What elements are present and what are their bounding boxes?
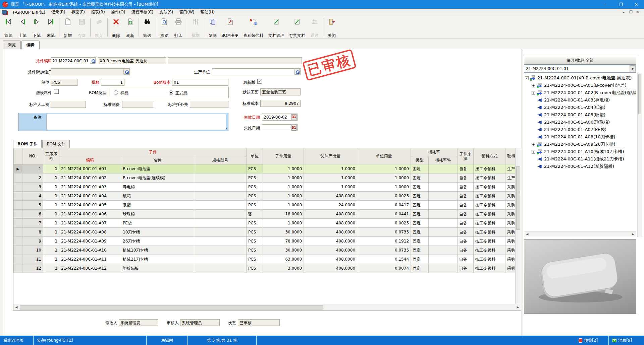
- cell-acquire[interactable]: 生产: [505, 164, 516, 174]
- cell-source[interactable]: 自备: [458, 164, 474, 174]
- cell-method[interactable]: 按工令领料: [474, 228, 505, 237]
- cell-child-qty[interactable]: 1.0000: [263, 219, 304, 228]
- cell-acquire[interactable]: 采购: [505, 246, 516, 255]
- cell-seq[interactable]: 1: [43, 192, 59, 201]
- table-row[interactable]: 4 1 21-M2224-00C-01-A04 纸箱 PCS 1.0000 40…: [14, 192, 516, 201]
- refresh-button[interactable]: 刷新: [123, 16, 137, 39]
- cell-parent-output[interactable]: 408.0000: [304, 255, 357, 264]
- virtual-part-checkbox[interactable]: [54, 89, 59, 94]
- menu-help[interactable]: 帮助(H): [197, 8, 217, 16]
- cell-no[interactable]: 5: [22, 201, 43, 210]
- cell-spec[interactable]: [194, 210, 247, 219]
- tree-item[interactable]: + 21-M2224-00C-01-A02(B-cover电池盖(连续模)): [525, 89, 636, 96]
- batch-add-button[interactable]: 批增: [189, 16, 203, 39]
- expand-collapse-all-button[interactable]: 展开/收起 全部: [524, 56, 636, 65]
- expire-date-calendar-icon[interactable]: 31: [291, 125, 297, 131]
- table-row[interactable]: 9 1 21-M2224-00C-01-A09 26刀卡槽 PCS 78.000…: [14, 237, 516, 246]
- cell-loss-type[interactable]: 固定: [411, 264, 429, 273]
- cell-unit-qty[interactable]: 1.0000: [357, 183, 411, 192]
- header-acquire[interactable]: 取得: [505, 148, 516, 164]
- cell-source[interactable]: 自备: [458, 246, 474, 255]
- parent-addinfo-field[interactable]: [51, 68, 130, 75]
- prev-record-button[interactable]: 上笔: [15, 16, 30, 39]
- cell-seq[interactable]: 1: [43, 228, 59, 237]
- cell-code[interactable]: 21-M2224-00C-01-A12: [59, 264, 121, 273]
- cell-loss-rate[interactable]: [429, 264, 458, 273]
- batch-field[interactable]: 1: [101, 79, 124, 86]
- cell-spec[interactable]: [194, 219, 247, 228]
- cell-unit-qty[interactable]: 0.0025: [357, 219, 411, 228]
- cell-spec[interactable]: [194, 264, 247, 273]
- cell-parent-output[interactable]: 1.0000: [304, 183, 357, 192]
- next-record-button[interactable]: 下笔: [30, 16, 44, 39]
- cell-source[interactable]: 自备: [458, 237, 474, 246]
- stock-doc-button[interactable]: 存货文档: [287, 16, 308, 39]
- cell-acquire[interactable]: 生产: [505, 174, 516, 183]
- tree-expander[interactable]: +: [532, 84, 535, 87]
- cell-child-qty[interactable]: 30.0000: [263, 228, 304, 237]
- cell-no[interactable]: 4: [22, 192, 43, 201]
- tab-edit[interactable]: 编辑: [21, 41, 40, 49]
- cell-source[interactable]: 自备: [458, 210, 474, 219]
- header-unit[interactable]: 单位: [247, 148, 263, 164]
- cell-loss-rate[interactable]: [429, 246, 458, 255]
- cell-loss-rate[interactable]: [429, 228, 458, 237]
- combo-dropdown-icon[interactable]: ▼: [630, 65, 636, 72]
- cell-child-qty[interactable]: 1.0000: [263, 192, 304, 201]
- parent-code-lookup-icon[interactable]: [90, 58, 96, 64]
- cell-loss-rate[interactable]: [429, 237, 458, 246]
- cell-spec[interactable]: [194, 164, 247, 174]
- newest-checkbox[interactable]: ✓: [257, 79, 262, 84]
- cell-method[interactable]: 按工令领料: [474, 210, 505, 219]
- table-row[interactable]: 5 1 21-M2224-00C-01-A05 吸塑 PCS 1.0000 24…: [14, 201, 516, 210]
- header-seq[interactable]: 工序序号: [43, 148, 59, 164]
- cell-method[interactable]: 按工令领料: [474, 219, 505, 228]
- preview-button[interactable]: 预览: [157, 16, 171, 39]
- cell-parent-output[interactable]: 408.0000: [304, 228, 357, 237]
- cell-parent-output[interactable]: 408.0000: [304, 264, 357, 273]
- cell-no[interactable]: 2: [22, 174, 43, 183]
- tree-expander[interactable]: -: [525, 76, 529, 80]
- cell-unit-qty[interactable]: 0.0735: [357, 246, 411, 255]
- cell-loss-type[interactable]: 固定: [411, 174, 429, 183]
- cell-name[interactable]: 吸塑: [121, 201, 194, 210]
- cell-loss-type[interactable]: 固定: [411, 219, 429, 228]
- cell-name[interactable]: 纸箱: [121, 192, 194, 201]
- cell-unit[interactable]: PCS: [247, 219, 263, 228]
- header-loss-rate[interactable]: 损耗率%: [429, 156, 458, 164]
- table-row[interactable]: 3 1 21-M2224-00C-01-A03 导电棉 PCS 1.0000 1…: [14, 183, 516, 192]
- menu-window[interactable]: 窗口(W): [176, 8, 197, 16]
- prod-unit-field[interactable]: [212, 68, 301, 75]
- tree-item[interactable]: 21-M2224-00C-01-A04(纸箱): [525, 104, 636, 111]
- cell-seq[interactable]: 1: [43, 237, 59, 246]
- delete-button[interactable]: 删除: [109, 16, 123, 39]
- tree-item[interactable]: + 21-M2224-00C-01-A01(B-cover电池盖): [525, 82, 636, 89]
- cell-loss-type[interactable]: 固定: [411, 210, 429, 219]
- tree-scroll-right-icon[interactable]: ▶: [630, 232, 636, 236]
- cell-code[interactable]: 21-M2224-00C-01-A01: [59, 164, 121, 174]
- cell-unit-qty[interactable]: 1.0000: [357, 164, 411, 174]
- cell-code[interactable]: 21-M2224-00C-01-A07: [59, 219, 121, 228]
- cell-source[interactable]: 自备: [458, 201, 474, 210]
- menu-interface[interactable]: 界面(F): [68, 8, 88, 16]
- prod-unit-lookup-icon[interactable]: [294, 69, 300, 75]
- menu-flow-audit[interactable]: 流程审核(C): [128, 8, 157, 16]
- tree-expander[interactable]: +: [532, 91, 535, 95]
- cell-acquire[interactable]: 采购: [505, 237, 516, 246]
- menu-operation[interactable]: 操作(O): [108, 8, 128, 16]
- cell-unit[interactable]: PCS: [247, 246, 263, 255]
- cell-name[interactable]: PE袋: [121, 219, 194, 228]
- cell-method[interactable]: 按工令领料: [474, 246, 505, 255]
- cell-method[interactable]: 按工令领料: [474, 174, 505, 183]
- scroll-right-icon[interactable]: ▶: [515, 305, 521, 309]
- cell-no[interactable]: 9: [22, 237, 43, 246]
- cell-acquire[interactable]: 采购: [505, 255, 516, 264]
- cell-child-qty[interactable]: 1.0000: [263, 174, 304, 183]
- menu-tgroup-erp[interactable]: T-GROUP ERP(E): [9, 9, 48, 16]
- scroll-left-icon[interactable]: ◀: [13, 305, 19, 309]
- cell-no[interactable]: 12: [22, 264, 43, 273]
- tree-item[interactable]: 21-M2224-00C-01-A08(10刀卡槽): [525, 133, 636, 141]
- cell-name[interactable]: 导电棉: [121, 183, 194, 192]
- cell-method[interactable]: 按工令领料: [474, 264, 505, 273]
- effective-date-field[interactable]: 2019-06-0231: [262, 114, 298, 121]
